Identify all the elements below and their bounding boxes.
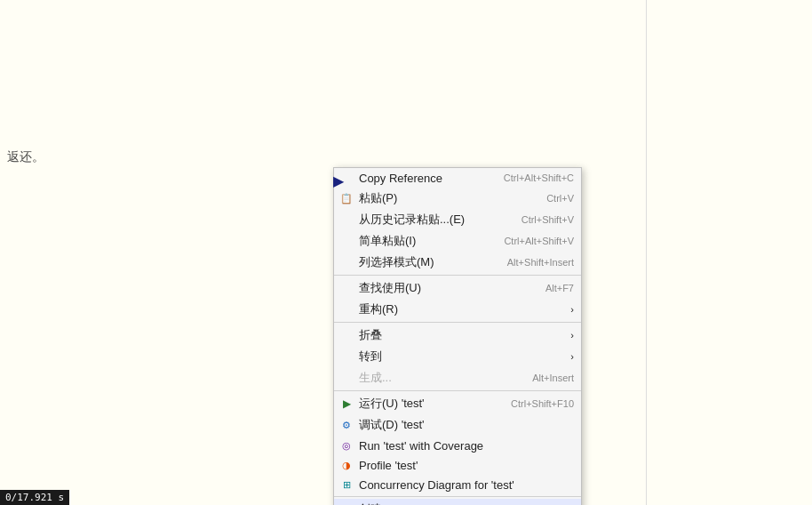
- menu-item-find-usages[interactable]: 查找使用(U)Alt+F7: [334, 277, 581, 299]
- separator-after-refactor: [334, 322, 581, 323]
- menu-icon-fold: [339, 328, 354, 342]
- menu-shortcut-paste-history: Ctrl+Shift+V: [521, 214, 574, 225]
- separator-after-concurrency: [334, 496, 581, 497]
- menu-icon-concurrency: ⊞: [339, 477, 354, 492]
- status-bar: 0/17.921 s: [0, 490, 69, 505]
- menu-icon-paste-simple: [339, 234, 354, 248]
- menu-item-refactor[interactable]: 重构(R)›: [334, 299, 581, 320]
- menu-shortcut-find-usages: Alt+F7: [545, 283, 574, 293]
- menu-label-copy-reference: Copy Reference: [359, 172, 486, 185]
- menu-shortcut-copy-reference: Ctrl+Alt+Shift+C: [504, 172, 574, 183]
- menu-label-column-select: 列选择模式(M): [359, 254, 490, 270]
- menu-item-paste-simple[interactable]: 简单粘贴(I)Ctrl+Alt+Shift+V: [334, 230, 581, 252]
- menu-label-goto: 转到: [359, 349, 567, 365]
- menu-item-paste-history[interactable]: 从历史记录粘贴...(E)Ctrl+Shift+V: [334, 209, 581, 230]
- menu-icon-copy-reference: [339, 171, 354, 185]
- menu-icon-paste-history: [339, 212, 354, 227]
- menu-icon-profile: ◑: [339, 458, 354, 472]
- menu-label-fold: 折叠: [359, 327, 567, 343]
- menu-item-paste[interactable]: 📋粘贴(P)Ctrl+V: [334, 188, 581, 209]
- status-bar-text: 0/17.921 s: [5, 492, 64, 503]
- menu-item-fold[interactable]: 折叠›: [334, 325, 581, 346]
- menu-label-paste-history: 从历史记录粘贴...(E): [359, 212, 504, 228]
- editor-text: 返还。: [7, 149, 44, 165]
- menu-arrow-goto: ›: [570, 351, 574, 362]
- menu-arrow-fold: ›: [570, 330, 574, 341]
- menu-shortcut-paste-simple: Ctrl+Alt+Shift+V: [504, 236, 574, 246]
- menu-label-paste: 粘贴(P): [359, 190, 529, 206]
- context-menu: Copy ReferenceCtrl+Alt+Shift+C📋粘贴(P)Ctrl…: [333, 167, 582, 505]
- menu-icon-generate: [339, 371, 354, 385]
- menu-label-create: 创建 'test'...: [359, 501, 574, 505]
- menu-label-paste-simple: 简单粘贴(I): [359, 233, 486, 249]
- menu-icon-run: ▶: [339, 397, 354, 411]
- menu-label-generate: 生成...: [359, 370, 514, 386]
- menu-shortcut-generate: Alt+Insert: [532, 373, 574, 383]
- menu-item-run-coverage[interactable]: ◎Run 'test' with Coverage: [334, 436, 581, 455]
- menu-label-debug: 调试(D) 'test': [359, 417, 574, 433]
- menu-label-concurrency: Concurrency Diagram for 'test': [359, 478, 574, 492]
- menu-item-concurrency[interactable]: ⊞Concurrency Diagram for 'test': [334, 475, 581, 494]
- menu-shortcut-paste: Ctrl+V: [546, 193, 574, 204]
- menu-icon-column-select: [339, 255, 354, 269]
- menu-icon-debug: ⚙: [339, 418, 354, 432]
- menu-item-copy-reference[interactable]: Copy ReferenceCtrl+Alt+Shift+C: [334, 168, 581, 188]
- menu-shortcut-column-select: Alt+Shift+Insert: [507, 257, 574, 268]
- menu-icon-find-usages: [339, 281, 354, 295]
- editor-vertical-line: [646, 0, 647, 505]
- menu-icon-refactor: [339, 302, 354, 317]
- menu-item-goto[interactable]: 转到›: [334, 346, 581, 367]
- menu-item-profile[interactable]: ◑Profile 'test': [334, 455, 581, 475]
- menu-item-run[interactable]: ▶运行(U) 'test'Ctrl+Shift+F10: [334, 393, 581, 414]
- menu-item-column-select[interactable]: 列选择模式(M)Alt+Shift+Insert: [334, 252, 581, 273]
- menu-item-debug[interactable]: ⚙调试(D) 'test': [334, 414, 581, 436]
- menu-item-generate[interactable]: 生成...Alt+Insert: [334, 367, 581, 389]
- menu-icon-paste: 📋: [339, 191, 354, 205]
- separator-after-column-select: [334, 275, 581, 276]
- menu-label-run: 运行(U) 'test': [359, 396, 493, 412]
- menu-item-create[interactable]: ✦创建 'test'...: [334, 499, 581, 505]
- menu-label-profile: Profile 'test': [359, 459, 574, 472]
- menu-label-refactor: 重构(R): [359, 301, 567, 317]
- menu-arrow-refactor: ›: [570, 304, 574, 315]
- menu-shortcut-run: Ctrl+Shift+F10: [511, 398, 574, 409]
- menu-label-run-coverage: Run 'test' with Coverage: [359, 439, 574, 453]
- menu-label-find-usages: 查找使用(U): [359, 280, 528, 296]
- menu-icon-run-coverage: ◎: [339, 438, 354, 453]
- menu-icon-goto: [339, 349, 354, 364]
- separator-after-generate: [334, 390, 581, 391]
